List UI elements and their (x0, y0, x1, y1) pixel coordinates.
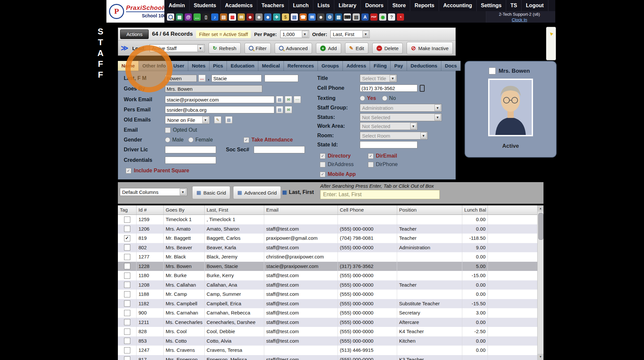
tab-deductions[interactable]: Deductions (407, 61, 441, 71)
grid-scrollbar[interactable]: ▲ ▼ (537, 205, 543, 360)
gender-female-radio[interactable] (188, 137, 193, 142)
row-tag-checkbox[interactable] (124, 319, 130, 325)
paper-plane-icon[interactable]: ✈ (273, 13, 280, 21)
copy-email-button[interactable]: ▤ (276, 106, 283, 113)
email-options-button[interactable]: ⋯ (294, 96, 301, 103)
table-row[interactable]: 802Mrs. BeaverBeaver, Karlastaff@test.co… (118, 243, 543, 253)
message-send-icon[interactable]: ✉ (308, 13, 316, 21)
nav-item-settings[interactable]: Settings (477, 0, 506, 11)
nav-item-library[interactable]: Library (334, 0, 361, 11)
side-panel-toggle[interactable]: ▲ (546, 27, 556, 60)
audio-icon[interactable]: ♪ (211, 13, 218, 21)
gear-icon[interactable]: ⚙ (326, 13, 333, 21)
nav-item-students[interactable]: Students (190, 0, 221, 11)
document-icon[interactable]: ▤ (291, 13, 298, 21)
row-tag-checkbox[interactable] (124, 254, 130, 260)
phone-call-icon[interactable]: ☎ (300, 13, 307, 21)
nav-item-store[interactable]: Store (388, 0, 410, 11)
include-parent-square-checkbox[interactable] (126, 168, 131, 174)
nav-item-reports[interactable]: Reports (410, 0, 439, 11)
title-select[interactable]: Select Title▼ (360, 74, 397, 82)
row-tag-checkbox[interactable] (124, 347, 130, 353)
filter-button[interactable]: Filter (245, 43, 271, 54)
gender-male-radio[interactable] (165, 137, 170, 142)
nav-item-donors[interactable]: Donors (361, 0, 388, 11)
column-header-tag[interactable]: Tag (118, 205, 137, 215)
tab-pay[interactable]: Pay (391, 61, 407, 71)
mail-send-icon[interactable]: ✉ (238, 13, 245, 21)
driver-lic-field[interactable] (165, 146, 216, 153)
help-icon[interactable]: ? (388, 13, 395, 21)
column-header-goes-by[interactable]: Goes By (164, 205, 205, 215)
nav-item-logout[interactable]: Logout (522, 0, 548, 11)
send-email-button[interactable]: ✉ (285, 96, 292, 103)
table-row[interactable]: 1277Mr. BlackBlack, Jeremychristine@prax… (118, 252, 543, 262)
column-header-lunch-bal[interactable]: Lunch Bal (462, 205, 488, 215)
mobile-phone-icon[interactable] (420, 85, 425, 92)
actions-button[interactable]: Actions (120, 29, 149, 39)
column-header-last-first[interactable]: Last, First (205, 205, 264, 215)
table-row[interactable]: 1182Mrs. CampbellCampbell, Ericastaff@te… (118, 299, 543, 309)
table-row[interactable]: 900Mrs. CarnahanCarnahan, Rebeccastaff@t… (118, 308, 543, 318)
name-options-button[interactable]: … (198, 75, 206, 82)
profile-photo[interactable] (488, 79, 533, 136)
row-tag-checkbox[interactable] (124, 329, 130, 335)
nav-item-admin[interactable]: Admin (164, 0, 190, 11)
tab-docs[interactable]: Docs (441, 61, 461, 71)
advanced-button[interactable]: Advanced (275, 43, 312, 54)
person-red-icon[interactable]: ☻ (247, 13, 254, 21)
print-email-button[interactable]: ▤ (225, 116, 232, 123)
row-tag-checkbox[interactable] (124, 263, 130, 269)
table-row[interactable]: 1206Mrs. AmatoAmato, Sharonstaff@test.co… (118, 224, 543, 234)
text-format-icon[interactable]: A (361, 13, 369, 21)
row-tag-checkbox[interactable] (124, 217, 130, 223)
cell-phone-field[interactable] (360, 85, 417, 92)
nav-item-academics[interactable]: Academics (221, 0, 257, 11)
expand-load-button[interactable]: ≫ (121, 45, 128, 51)
ledger-icon[interactable]: ▥ (335, 13, 342, 21)
at-email-icon[interactable]: @ (185, 13, 192, 21)
chat-icon[interactable]: … (193, 13, 201, 21)
first-name-field[interactable] (212, 75, 262, 82)
person-gray-icon[interactable]: ☻ (255, 13, 263, 21)
mobile-app-checkbox[interactable] (320, 172, 325, 177)
person-add-icon[interactable]: ☻ (317, 13, 324, 21)
table-row[interactable]: 1208Mrs. CallahanCallahan, Anastaff@test… (118, 280, 543, 290)
row-tag-checkbox[interactable] (124, 282, 130, 288)
send-email-button[interactable]: ✉ (285, 106, 292, 113)
order-select[interactable]: Last, First▼ (330, 30, 370, 38)
tab-other-info[interactable]: Other Info (139, 61, 170, 71)
add-button[interactable]: +Add (316, 43, 341, 54)
clipboard-icon[interactable]: ▤ (220, 13, 227, 21)
row-tag-checkbox[interactable] (124, 338, 130, 344)
table-row[interactable]: 817Mrs. EppersonEpperson, Melissastaff@t… (118, 355, 543, 360)
row-tag-checkbox[interactable]: ✓ (124, 235, 130, 241)
dirphone-checkbox[interactable] (368, 162, 374, 167)
mobile-phone-icon[interactable]: ▯ (202, 13, 210, 21)
profile-tag-checkbox[interactable] (489, 67, 496, 74)
delete-button[interactable]: −Delete (372, 43, 403, 54)
take-attendance-checkbox[interactable] (244, 137, 249, 143)
clock-in-link[interactable]: Clock In (512, 17, 527, 22)
opted-out-checkbox[interactable] (165, 127, 171, 133)
tab-medical[interactable]: Medical (258, 61, 284, 71)
staff-group-select[interactable]: Administration▼ (360, 104, 442, 112)
pdf-icon[interactable]: PDF (370, 13, 377, 21)
texting-no-radio[interactable] (382, 96, 387, 101)
spreadsheet-icon[interactable]: ▦ (176, 13, 183, 21)
clock-out-icon[interactable]: ◔ (397, 13, 404, 21)
keyboard-icon[interactable]: ⌨ (344, 13, 351, 21)
per-page-select[interactable]: 1,000▼ (280, 30, 309, 38)
row-tag-checkbox[interactable] (124, 291, 130, 297)
tab-user[interactable]: User (170, 61, 188, 71)
scroll-down-icon[interactable]: ▼ (538, 354, 543, 360)
row-tag-checkbox[interactable] (124, 310, 130, 316)
copy-email-button[interactable]: ▤ (276, 96, 283, 103)
table-row[interactable]: 1211Ms. CenecharlesCenecharles, Darshees… (118, 318, 543, 327)
tab-pics[interactable]: Pics (210, 61, 227, 71)
diremail-checkbox[interactable] (368, 153, 374, 159)
edit-button[interactable]: ✎Edit (345, 43, 368, 54)
status-select[interactable]: Not Selected▼ (360, 113, 442, 121)
room-select[interactable]: Select Room▼ (360, 132, 428, 140)
columns-select[interactable]: Default Columns▼ (120, 188, 187, 196)
